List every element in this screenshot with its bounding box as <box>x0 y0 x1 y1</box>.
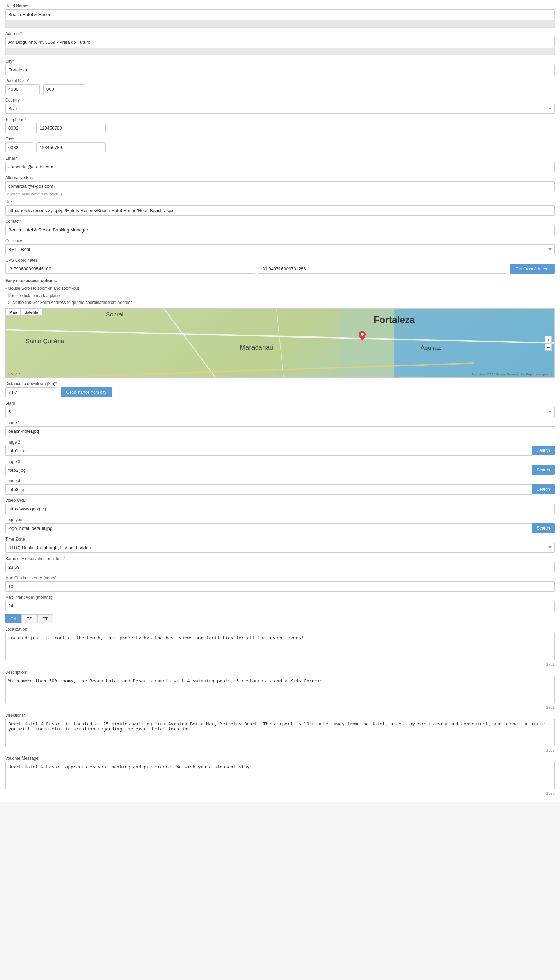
google-logo: Google <box>8 372 21 376</box>
image1-label: Image 1 <box>5 420 555 425</box>
tel-code-input[interactable] <box>5 123 33 133</box>
image4-input[interactable] <box>5 484 532 494</box>
map-tabs: Map Satellite <box>5 309 42 316</box>
image3-label: Image 3 <box>5 459 555 464</box>
svg-point-11 <box>361 333 363 336</box>
logotype-label: Logotype <box>5 518 555 522</box>
alt-email-input[interactable] <box>5 181 555 191</box>
description-label: Description* <box>5 670 555 675</box>
tel-number-input[interactable] <box>37 123 106 133</box>
image2-label: Image 2 <box>5 440 555 445</box>
address-label: Address* <box>5 31 555 36</box>
svg-text:Maracanaú: Maracanaú <box>240 344 273 351</box>
email-label: Email* <box>5 156 555 161</box>
same-day-label: Same day reservation hour limit* <box>5 556 555 561</box>
logotype-search-button[interactable]: Search <box>532 523 555 533</box>
max-infant-input[interactable] <box>5 601 555 611</box>
country-label: Country <box>5 98 555 103</box>
svg-text:Aquiraz: Aquiraz <box>420 344 441 351</box>
logotype-input[interactable] <box>5 523 532 533</box>
map-tab-map[interactable]: Map <box>5 309 21 316</box>
alt-email-hint: Separate multi e-mails by colon(:) <box>5 192 555 196</box>
image1-input[interactable] <box>5 426 555 436</box>
contact-label: Contact* <box>5 219 555 224</box>
description-textarea[interactable]: With more than 500 rooms, the Beach Hote… <box>5 676 555 703</box>
fax-label: Fax* <box>5 137 555 141</box>
postal-code-part2[interactable] <box>43 84 85 94</box>
distance-label: Distance to downtown (km)* <box>5 381 555 386</box>
fax-code-input[interactable] <box>5 142 33 152</box>
map-zoom-controls: + − <box>545 336 552 351</box>
image2-search-button[interactable]: Search <box>532 446 555 455</box>
map-option-3: - Click the link Get From Address to get… <box>5 299 555 306</box>
timezone-label: Time Zone <box>5 537 555 542</box>
image4-label: Image 4 <box>5 479 555 483</box>
map-zoom-out-button[interactable]: − <box>545 344 552 351</box>
currency-select[interactable]: BRL - Real <box>5 244 555 254</box>
gps-lon-input[interactable] <box>258 264 507 274</box>
voucher-char-count: 1076 <box>5 791 555 795</box>
map-tab-satellite[interactable]: Satellite <box>21 309 42 316</box>
map-options: Easy map access options: - Mouse Scroll … <box>5 277 555 306</box>
url-label: Url* <box>5 200 555 204</box>
url-input[interactable] <box>5 205 555 215</box>
same-day-input[interactable] <box>5 562 555 572</box>
city-label: City* <box>5 59 555 64</box>
gps-label: GPS Coordinates <box>5 258 555 263</box>
map-option-1: - Mouse Scroll to zoom-in and zoom-out <box>5 285 555 292</box>
telephone-label: Telephone* <box>5 117 555 122</box>
svg-text:Santa Quitéria: Santa Quitéria <box>26 337 64 344</box>
max-children-label: Max Children's Age* (years) <box>5 576 555 581</box>
video-url-input[interactable] <box>5 504 555 514</box>
stars-select[interactable]: 5 <box>5 407 555 417</box>
address-input[interactable] <box>5 37 555 47</box>
map-option-2: - Double click to mark a place <box>5 292 555 299</box>
video-url-label: Video URL* <box>5 498 555 503</box>
contact-input[interactable] <box>5 225 555 235</box>
language-tabs: EN ES PT <box>5 614 555 623</box>
directions-label: Directions* <box>5 713 555 718</box>
get-from-address-button[interactable]: Get From Address <box>510 264 555 274</box>
currency-label: Currency <box>5 239 555 243</box>
timezone-select[interactable]: (UTC) Dublin, Edinburgh, Lisbon, London <box>5 543 555 553</box>
alt-email-label: Alternative Email <box>5 175 555 180</box>
distance-input[interactable] <box>5 387 57 397</box>
image4-search-button[interactable]: Search <box>532 484 555 494</box>
tab-lang-es[interactable]: ES <box>22 614 37 623</box>
image2-input[interactable] <box>5 446 532 456</box>
tab-lang-en[interactable]: EN <box>5 614 22 623</box>
get-distance-button[interactable]: Get distance from city <box>61 387 112 397</box>
svg-text:Sobral: Sobral <box>106 311 123 317</box>
map-pin <box>359 331 366 342</box>
map-container[interactable]: Fortaleza Maracanaú Santa Quitéria Sobra… <box>5 309 555 378</box>
map-attribution: Map data ©2018 Google Terms of Use Repor… <box>472 372 552 376</box>
hotel-name-label: Hotel Name* <box>5 3 555 8</box>
localization-label: Localization* <box>5 627 555 632</box>
max-infant-label: Max Infant Age* (months) <box>5 595 555 600</box>
image3-input[interactable] <box>5 465 532 475</box>
max-children-input[interactable] <box>5 581 555 591</box>
directions-textarea[interactable]: Beach Hotel & Resort is located at 15 mi… <box>5 719 555 746</box>
svg-text:Fortaleza: Fortaleza <box>374 315 415 325</box>
map-zoom-in-button[interactable]: + <box>545 336 552 343</box>
directions-char-count: 1052 <box>5 748 555 752</box>
postal-code-label: Postal Code* <box>5 78 555 83</box>
country-select[interactable]: Brazil <box>5 104 555 114</box>
map-options-title: Easy map access options: <box>5 277 555 284</box>
postal-code-part1[interactable] <box>5 84 40 94</box>
fax-number-input[interactable] <box>37 142 106 152</box>
voucher-label: Voucher Message <box>5 756 555 761</box>
localization-textarea[interactable]: Located just in front of the beach, this… <box>5 633 555 661</box>
image3-search-button[interactable]: Search <box>532 465 555 475</box>
hotel-name-input[interactable] <box>5 9 555 19</box>
stars-label: Stars <box>5 401 555 406</box>
gps-lat-input[interactable] <box>5 264 255 274</box>
voucher-textarea[interactable]: Beach Hotel & Resort appreciates your bo… <box>5 762 555 790</box>
localization-char-count: 1781 <box>5 662 555 666</box>
tab-lang-pt[interactable]: PT <box>37 614 53 623</box>
email-input[interactable] <box>5 162 555 172</box>
city-input[interactable] <box>5 65 555 75</box>
description-char-count: 1981 <box>5 705 555 710</box>
